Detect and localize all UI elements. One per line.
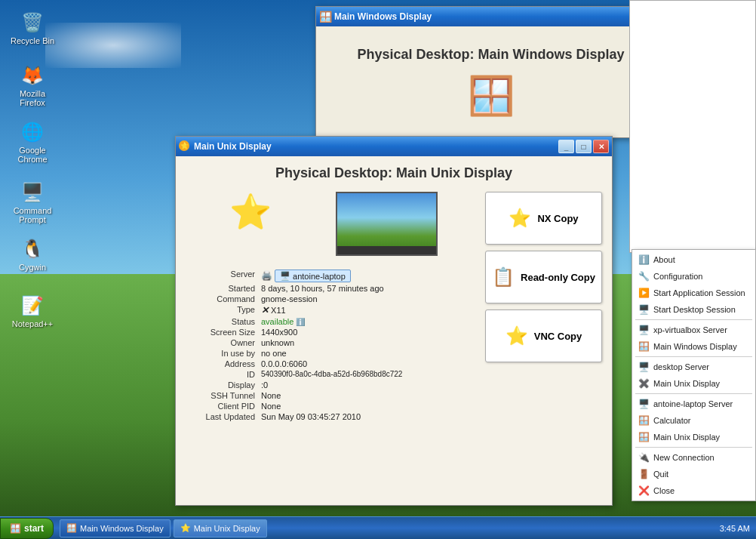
menu-main-unix-2-label: Main Unix Display <box>653 433 720 442</box>
menu-about-label: About <box>653 255 675 264</box>
screen-size-value: 1440x900 <box>261 328 474 337</box>
menu-item-quit[interactable]: 🚪 Quit <box>632 466 755 482</box>
last-updated-label: Last Updated <box>193 412 261 421</box>
unix-icon-area: ⭐ <box>182 192 485 256</box>
desktop-icon-cygwin[interactable]: 🐧 Cygwin <box>6 234 59 275</box>
server-value: 🖨️ 🖥️ antoine-laptop <box>261 270 474 282</box>
menu-desktop-server-label: desktop Server <box>653 362 709 371</box>
readonly-copy-label: Read-only Copy <box>521 272 595 283</box>
info-row-screen-size: Screen Size 1440x900 <box>193 328 474 337</box>
id-label: ID <box>193 370 261 379</box>
last-updated-value: Sun May 09 03:45:27 2010 <box>261 412 474 421</box>
about-icon: ℹ️ <box>638 254 649 265</box>
nx-copy-button[interactable]: ⭐ NX Copy <box>485 192 602 245</box>
taskbar: 🪟 start 🪟 Main Windows Display ⭐ Main Un… <box>0 516 756 539</box>
display-value: :0 <box>261 380 474 390</box>
ssh-value: None <box>261 391 474 400</box>
unix-info-table: Server 🖨️ 🖥️ antoine-laptop Started <box>182 270 485 423</box>
menu-item-main-windows[interactable]: 🪟 Main Windows Display <box>632 338 755 355</box>
win-unix-title: Main Unix Display <box>194 141 555 152</box>
type-label: Type <box>193 305 261 316</box>
desktop-icon-chrome[interactable]: 🌐 Google Chrome <box>6 117 59 167</box>
ssh-label: SSH Tunnel <box>193 391 261 400</box>
desktop-server-icon: 🖥️ <box>638 362 649 372</box>
menu-close-label: Close <box>653 486 675 495</box>
started-label: Started <box>193 284 261 293</box>
start-button[interactable]: 🪟 start <box>0 518 54 539</box>
info-icon[interactable]: ℹ️ <box>296 318 305 326</box>
in-use-by-label: In use by <box>193 349 261 358</box>
menu-calculator-label: Calculator <box>653 416 691 425</box>
desktop-icon-firefox[interactable]: 🦊 Mozilla Firefox <box>6 60 59 110</box>
main-unix-2-icon: 🪟 <box>638 432 649 442</box>
menu-item-desktop-server[interactable]: 🖥️ desktop Server <box>632 359 755 375</box>
command-value: gnome-session <box>261 294 474 303</box>
menu-main-unix-label: Main Unix Display <box>653 379 720 388</box>
unix-title-icon: ⭐ <box>179 140 191 152</box>
menu-item-new-connection[interactable]: 🔌 New Connection <box>632 449 755 466</box>
display-label: Display <box>193 380 261 390</box>
chrome-icon: 🌐 <box>20 120 45 144</box>
owner-value: unknown <box>261 338 474 347</box>
address-label: Address <box>193 359 261 368</box>
menu-item-start-app[interactable]: ▶️ Start Application Session <box>632 285 755 301</box>
unix-minimize-button[interactable]: _ <box>558 140 574 153</box>
desktop-clouds <box>45 23 181 68</box>
address-value: 0.0.0.0:6060 <box>261 359 474 368</box>
menu-item-close[interactable]: ❌ Close <box>632 482 755 499</box>
notepad-label: Notepad++ <box>9 319 56 328</box>
taskbar-clock: 3:45 AM <box>714 524 756 533</box>
status-label: Status <box>193 317 261 326</box>
laptop-server-icon: 🖥️ <box>638 399 649 409</box>
cygwin-icon: 🐧 <box>20 237 45 261</box>
recycle-bin-label: Recycle Bin <box>9 36 56 45</box>
cmd-icon: 🖥️ <box>20 180 45 205</box>
titlebar-main-unix[interactable]: ⭐ Main Unix Display _ □ ✕ <box>176 137 612 156</box>
desktop-icon-cmd[interactable]: 🖥️ Command Prompt <box>6 177 59 227</box>
main-unix-icon: ✖️ <box>638 378 649 389</box>
vnc-copy-label: VNC Copy <box>534 331 582 342</box>
menu-item-configuration[interactable]: 🔧 Configuration <box>632 268 755 285</box>
menu-item-laptop-server[interactable]: 🖥️ antoine-laptop Server <box>632 396 755 412</box>
desktop-icon-notepad[interactable]: 📝 Notepad++ <box>6 291 59 331</box>
desktop: 🗑️ Recycle Bin 🦊 Mozilla Firefox 🌐 Googl… <box>0 0 756 539</box>
taskbar-main-unix[interactable]: ⭐ Main Unix Display <box>174 519 267 537</box>
unix-screenshot <box>336 192 438 256</box>
unix-maximize-button[interactable]: □ <box>576 140 592 153</box>
taskbar-unix-icon: ⭐ <box>180 523 191 533</box>
win-main-windows-icon: 🪟 <box>319 11 331 23</box>
command-label: Command <box>193 294 261 303</box>
info-row-in-use-by: In use by no one <box>193 349 474 358</box>
taskbar-win-label: Main Windows Display <box>80 524 164 533</box>
taskbar-unix-label: Main Unix Display <box>194 524 260 533</box>
readonly-copy-icon: 📋 <box>492 266 515 288</box>
x11-icon: ✕ <box>261 305 269 316</box>
menu-item-start-desktop[interactable]: 🖥️ Start Desktop Session <box>632 301 755 318</box>
taskbar-main-windows[interactable]: 🪟 Main Windows Display <box>60 519 171 537</box>
vnc-copy-button[interactable]: ⭐ VNC Copy <box>485 310 602 362</box>
main-windows-icon: 🪟 <box>638 341 649 352</box>
readonly-copy-button[interactable]: 📋 Read-only Copy <box>485 251 602 303</box>
menu-item-main-unix[interactable]: ✖️ Main Unix Display <box>632 375 755 392</box>
vnc-copy-icon: ⭐ <box>506 325 528 346</box>
menu-item-xp-server[interactable]: 🖥️ xp-virtualbox Server <box>632 322 755 338</box>
context-menu: ℹ️ About 🔧 Configuration ▶️ Start Applic… <box>632 249 756 501</box>
info-row-id: ID 540390f0-8a0c-4dba-a52d-6b968bd8c722 <box>193 370 474 379</box>
cygwin-label: Cygwin <box>9 263 56 272</box>
info-row-type: Type ✕ X11 <box>193 305 474 316</box>
unix-close-button[interactable]: ✕ <box>593 140 609 153</box>
firefox-icon: 🦊 <box>20 63 45 88</box>
menu-xp-server-label: xp-virtualbox Server <box>653 325 727 334</box>
info-row-last-updated: Last Updated Sun May 09 03:45:27 2010 <box>193 412 474 421</box>
xp-server-icon: 🖥️ <box>638 325 649 335</box>
started-value: 8 days, 10 hours, 57 minutes ago <box>261 284 474 293</box>
type-value: ✕ X11 <box>261 305 474 316</box>
menu-item-about[interactable]: ℹ️ About <box>632 251 755 268</box>
screen-size-label: Screen Size <box>193 328 261 337</box>
menu-item-main-unix-2[interactable]: 🪟 Main Unix Display <box>632 429 755 445</box>
desktop-icon-recyclebin[interactable]: 🗑️ Recycle Bin <box>6 8 59 48</box>
menu-item-calculator[interactable]: 🪟 Calculator <box>632 412 755 429</box>
start-label: start <box>24 523 44 534</box>
server-icon: 🖨️ <box>261 270 272 281</box>
start-desktop-icon: 🖥️ <box>638 304 649 315</box>
